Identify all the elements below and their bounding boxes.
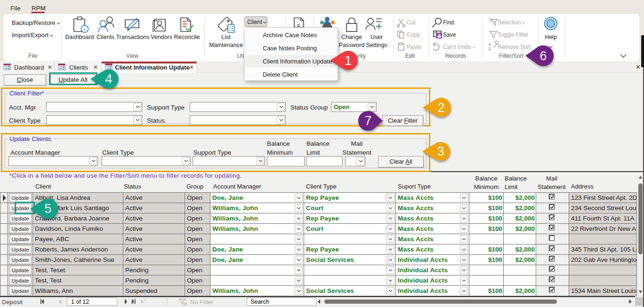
svg-text:4: 4 (105, 72, 112, 86)
svg-text:1: 1 (345, 54, 352, 68)
svg-text:3: 3 (437, 144, 444, 158)
svg-text:5: 5 (44, 202, 51, 216)
svg-text:2: 2 (437, 101, 444, 115)
svg-text:7: 7 (364, 114, 371, 128)
svg-text:6: 6 (539, 49, 547, 63)
